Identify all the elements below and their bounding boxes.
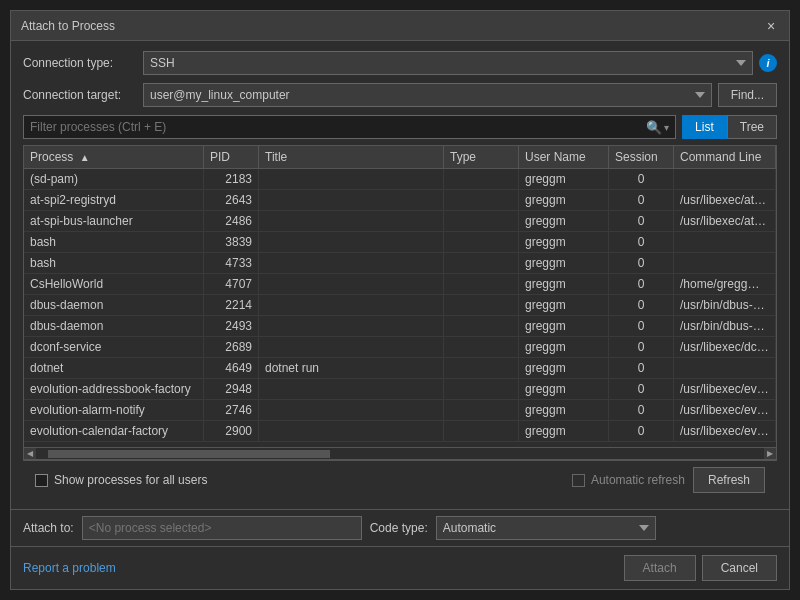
td-username: greggm [519,190,609,210]
td-process: bash [24,253,204,273]
table-row[interactable]: at-spi-bus-launcher 2486 greggm 0 /usr/l… [24,211,776,232]
table-row[interactable]: dotnet 4649 dotnet run greggm 0 [24,358,776,379]
td-type [444,400,519,420]
td-session: 0 [609,190,674,210]
close-button[interactable]: × [763,18,779,34]
auto-refresh-label[interactable]: Automatic refresh [572,473,685,487]
refresh-button[interactable]: Refresh [693,467,765,493]
td-process: CsHelloWorld [24,274,204,294]
td-session: 0 [609,274,674,294]
table-row[interactable]: dconf-service 2689 greggm 0 /usr/libexec… [24,337,776,358]
td-cmdline [674,232,776,252]
td-type [444,295,519,315]
th-title[interactable]: Title [259,146,444,168]
bottom-bar: Show processes for all users Automatic r… [23,460,777,499]
connection-target-row: Connection target: user@my_linux_compute… [23,83,777,107]
td-type [444,421,519,441]
td-cmdline: /usr/libexec/at-spi2-re... [674,190,776,210]
scroll-left-arrow[interactable]: ◀ [24,448,36,460]
td-cmdline [674,358,776,378]
footer: Report a problem Attach Cancel [11,546,789,589]
td-title [259,211,444,231]
th-username[interactable]: User Name [519,146,609,168]
td-process: dbus-daemon [24,316,204,336]
td-session: 0 [609,421,674,441]
td-process: bash [24,232,204,252]
report-problem-link[interactable]: Report a problem [23,561,116,575]
td-session: 0 [609,316,674,336]
td-process: (sd-pam) [24,169,204,189]
cancel-button[interactable]: Cancel [702,555,777,581]
table-row[interactable]: evolution-alarm-notify 2746 greggm 0 /us… [24,400,776,421]
connection-target-select[interactable]: user@my_linux_computer [143,83,712,107]
connection-type-label: Connection type: [23,56,143,70]
td-cmdline: /usr/bin/dbus-daemo... [674,295,776,315]
td-session: 0 [609,232,674,252]
connection-type-select[interactable]: SSH Local [143,51,753,75]
th-cmdline[interactable]: Command Line [674,146,776,168]
tree-view-button[interactable]: Tree [727,115,777,139]
td-username: greggm [519,232,609,252]
show-all-users-label[interactable]: Show processes for all users [35,473,207,487]
attach-to-input[interactable] [82,516,362,540]
th-session[interactable]: Session [609,146,674,168]
td-cmdline: /usr/libexec/evolution... [674,400,776,420]
td-cmdline: /home/greggm/proj/... [674,274,776,294]
list-view-button[interactable]: List [682,115,727,139]
th-process[interactable]: Process ▲ [24,146,204,168]
filter-input[interactable] [30,120,642,134]
td-username: greggm [519,358,609,378]
table-body[interactable]: (sd-pam) 2183 greggm 0 at-spi2-registryd… [24,169,776,447]
show-all-users-checkbox[interactable] [35,474,48,487]
auto-refresh-text: Automatic refresh [591,473,685,487]
table-row[interactable]: at-spi2-registryd 2643 greggm 0 /usr/lib… [24,190,776,211]
auto-refresh-checkbox[interactable] [572,474,585,487]
td-process: evolution-calendar-factory [24,421,204,441]
scroll-track [48,450,752,458]
table-row[interactable]: (sd-pam) 2183 greggm 0 [24,169,776,190]
table-row[interactable]: bash 3839 greggm 0 [24,232,776,253]
find-button[interactable]: Find... [718,83,777,107]
filter-dropdown-icon[interactable]: ▾ [664,122,669,133]
td-username: greggm [519,337,609,357]
connection-target-label: Connection target: [23,88,143,102]
attach-row: Attach to: Code type: Automatic Managed … [11,509,789,546]
td-pid: 3839 [204,232,259,252]
table-row[interactable]: evolution-calendar-factory 2900 greggm 0… [24,421,776,442]
td-session: 0 [609,253,674,273]
td-title [259,253,444,273]
td-title [259,295,444,315]
td-title [259,421,444,441]
td-title: dotnet run [259,358,444,378]
table-row[interactable]: evolution-addressbook-factory 2948 gregg… [24,379,776,400]
filter-input-wrapper: 🔍 ▾ [23,115,676,139]
td-process: at-spi2-registryd [24,190,204,210]
td-title [259,316,444,336]
code-type-select[interactable]: Automatic Managed (.NET) Native [436,516,656,540]
td-cmdline: /usr/libexec/evolution... [674,379,776,399]
td-type [444,379,519,399]
search-icon: 🔍 [646,120,662,135]
td-pid: 2948 [204,379,259,399]
td-type [444,358,519,378]
info-icon[interactable]: i [759,54,777,72]
th-pid[interactable]: PID [204,146,259,168]
td-process: dotnet [24,358,204,378]
horizontal-scrollbar[interactable]: ◀ ▶ [24,447,776,459]
table-row[interactable]: CsHelloWorld 4707 greggm 0 /home/greggm/… [24,274,776,295]
process-table: Process ▲ PID Title Type User Name Sessi… [23,145,777,460]
td-pid: 2486 [204,211,259,231]
td-session: 0 [609,169,674,189]
th-type[interactable]: Type [444,146,519,168]
td-cmdline: /usr/libexec/at-spi-bu... [674,211,776,231]
attach-button[interactable]: Attach [624,555,696,581]
table-row[interactable]: bash 4733 greggm 0 [24,253,776,274]
dialog-content: Connection type: SSH Local i Connection … [11,41,789,509]
scroll-right-arrow[interactable]: ▶ [764,448,776,460]
td-title [259,379,444,399]
connection-type-row: Connection type: SSH Local i [23,51,777,75]
table-row[interactable]: dbus-daemon 2214 greggm 0 /usr/bin/dbus-… [24,295,776,316]
td-pid: 4707 [204,274,259,294]
td-username: greggm [519,295,609,315]
table-row[interactable]: dbus-daemon 2493 greggm 0 /usr/bin/dbus-… [24,316,776,337]
